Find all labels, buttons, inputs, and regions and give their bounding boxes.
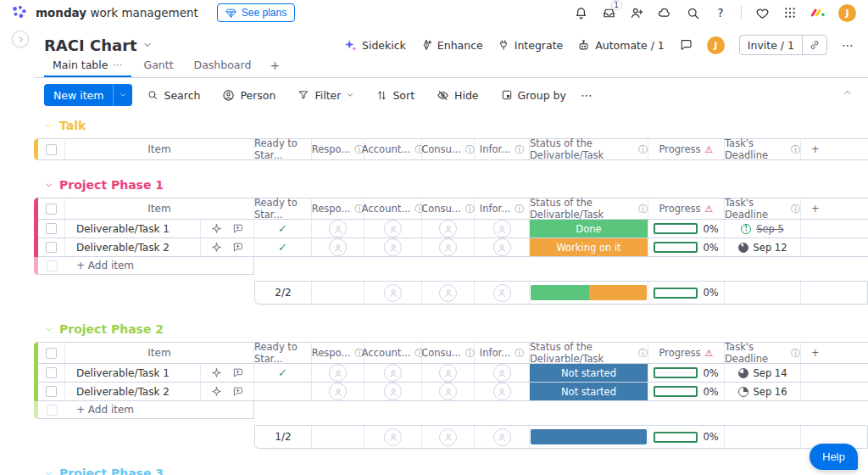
select-all-checkbox[interactable]	[46, 348, 57, 359]
ai-sparkle-icon[interactable]	[211, 242, 222, 253]
group-phase-1-title[interactable]: Project Phase 1	[44, 178, 868, 192]
ready-check-icon[interactable]: ✓	[278, 241, 287, 254]
assignee-avatar-placeholder[interactable]	[329, 220, 347, 238]
column-progress[interactable]: Progress⚠	[648, 198, 725, 219]
filter-button[interactable]: Filter	[290, 86, 362, 105]
assignee-avatar-placeholder[interactable]	[329, 364, 347, 382]
column-ready[interactable]: Ready to Star...	[254, 139, 312, 159]
sort-button[interactable]: Sort	[369, 86, 422, 105]
assignee-avatar-placeholder[interactable]	[493, 220, 511, 238]
ai-sparkle-icon[interactable]	[211, 367, 222, 378]
row-checkbox[interactable]	[46, 223, 57, 234]
column-consulted[interactable]: Consu...ⓘ	[422, 139, 475, 159]
whats-new-heart-icon[interactable]	[754, 5, 770, 20]
search-button[interactable]: Search	[139, 86, 208, 105]
see-plans-button[interactable]: See plans	[217, 3, 295, 22]
column-status[interactable]: Status of the Delivarble/Taskⓘ	[530, 198, 648, 219]
status-badge[interactable]: Not started	[530, 364, 648, 382]
notifications-bell-icon[interactable]	[573, 5, 588, 20]
group-phase-2-title[interactable]: Project Phase 2	[44, 322, 868, 336]
assignee-avatar-placeholder[interactable]	[384, 220, 402, 238]
column-item[interactable]: Item	[65, 347, 253, 359]
add-update-icon[interactable]	[232, 223, 243, 234]
expand-sidebar-button[interactable]	[12, 31, 29, 48]
add-item-button[interactable]: + Add item	[65, 260, 134, 271]
group-by-button[interactable]: Group by	[493, 86, 574, 105]
column-accountable[interactable]: Account...ⓘ	[364, 198, 422, 219]
enhance-button[interactable]: Enhance	[420, 39, 483, 52]
item-name[interactable]: Deliverable/Task 1	[65, 367, 200, 379]
tab-main-table[interactable]: Main table ⋯	[44, 59, 131, 77]
board-member-avatar[interactable]: J	[707, 36, 725, 54]
column-ready[interactable]: Ready to Star...	[254, 198, 312, 219]
deadline-cell[interactable]: Sep 12	[725, 238, 801, 256]
column-deadline[interactable]: Task's Deadlineⓘ	[725, 198, 801, 219]
inbox-icon[interactable]: 1	[601, 5, 616, 20]
collapse-toolbar-icon[interactable]	[843, 87, 853, 98]
assignee-avatar-placeholder[interactable]	[493, 238, 511, 256]
item-name[interactable]: Deliverable/Task 1	[65, 223, 200, 235]
deadline-cell[interactable]: Sep 14	[725, 364, 801, 382]
assignee-avatar-placeholder[interactable]	[493, 383, 511, 400]
deadline-cell[interactable]: ! Sep 5	[725, 220, 801, 238]
select-all-checkbox[interactable]	[46, 204, 57, 215]
status-summary[interactable]	[530, 426, 648, 448]
add-column-button[interactable]: +	[801, 198, 868, 219]
automate-button[interactable]: Automate / 1	[577, 39, 665, 52]
new-item-dropdown[interactable]	[113, 84, 132, 106]
column-status[interactable]: Status of the Delivarble/Taskⓘ	[530, 139, 648, 159]
toolbar-more-menu[interactable]: ⋯	[581, 88, 593, 102]
column-informed[interactable]: Infor...ⓘ	[475, 198, 530, 219]
column-accountable[interactable]: Account...ⓘ	[364, 139, 422, 159]
column-consulted[interactable]: Consu...ⓘ	[422, 198, 475, 219]
column-accountable[interactable]: Account...ⓘ	[364, 343, 422, 363]
column-progress[interactable]: Progress⚠	[648, 139, 725, 159]
ai-sparkle-icon[interactable]	[211, 223, 222, 234]
row-checkbox[interactable]	[46, 242, 57, 253]
tab-gantt[interactable]: Gantt	[135, 59, 181, 77]
column-informed[interactable]: Infor...ⓘ	[475, 139, 530, 159]
assignee-avatar-placeholder[interactable]	[439, 238, 457, 256]
ready-check-icon[interactable]: ✓	[278, 366, 287, 379]
invite-button[interactable]: Invite / 1	[740, 39, 802, 52]
assignee-avatar-placeholder[interactable]	[439, 220, 457, 238]
add-item-button[interactable]: + Add item	[65, 404, 134, 416]
add-view-button[interactable]: +	[263, 59, 287, 77]
add-update-icon[interactable]	[232, 242, 243, 253]
help-button[interactable]: Help	[810, 444, 858, 470]
column-responsible[interactable]: Respo...ⓘ	[312, 343, 364, 363]
row-checkbox[interactable]	[46, 367, 57, 378]
column-ready[interactable]: Ready to Star...	[254, 343, 312, 363]
sidekick-button[interactable]: Sidekick	[344, 39, 406, 52]
column-responsible[interactable]: Respo...ⓘ	[312, 198, 364, 219]
help-icon[interactable]: ?	[713, 5, 728, 20]
board-chat-icon[interactable]	[679, 38, 693, 52]
row-checkbox[interactable]	[46, 386, 57, 397]
add-item-row[interactable]: + Add item	[38, 401, 254, 419]
group-phase-3-title[interactable]: Project Phase 3	[44, 467, 868, 475]
column-deadline[interactable]: Task's Deadlineⓘ	[725, 139, 801, 159]
column-item[interactable]: Item	[65, 203, 253, 215]
add-column-button[interactable]: +	[801, 343, 868, 363]
marketplace-icon[interactable]	[657, 5, 672, 20]
assignee-avatar-placeholder[interactable]	[493, 364, 511, 382]
product-switcher-icon[interactable]	[782, 5, 798, 20]
column-progress[interactable]: Progress⚠	[648, 343, 725, 363]
group-talk-title[interactable]: Talk	[44, 119, 868, 132]
copy-link-icon[interactable]	[802, 36, 826, 54]
assignee-avatar-placeholder[interactable]	[384, 364, 402, 382]
assignee-avatar-placeholder[interactable]	[329, 383, 347, 400]
status-badge[interactable]: Not started	[530, 383, 648, 400]
tab-options-icon[interactable]: ⋯	[113, 59, 123, 70]
add-update-icon[interactable]	[232, 367, 243, 378]
assignee-avatar-placeholder[interactable]	[439, 383, 457, 400]
invite-members-icon[interactable]	[629, 5, 644, 20]
ai-sparkle-icon[interactable]	[211, 386, 222, 397]
status-badge[interactable]: Working on it	[530, 238, 648, 256]
column-item[interactable]: Item	[65, 143, 253, 155]
status-badge[interactable]: Done	[530, 220, 648, 238]
monday-product-logo-icon[interactable]	[810, 5, 826, 20]
status-summary[interactable]	[530, 282, 648, 304]
user-avatar[interactable]: J	[838, 4, 856, 22]
add-column-button[interactable]: +	[801, 139, 868, 159]
